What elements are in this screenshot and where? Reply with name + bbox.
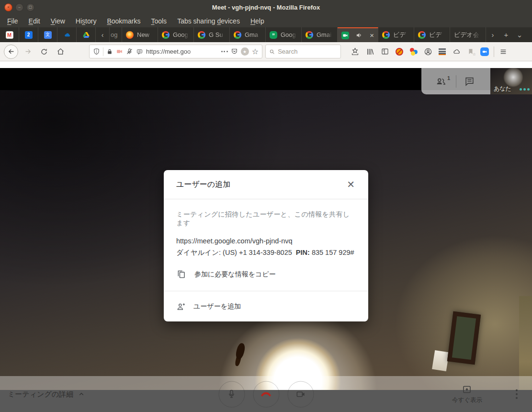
video-detail-lampshade xyxy=(432,350,449,371)
chat-button[interactable] xyxy=(456,76,483,87)
window-maximize-button[interactable]: ▢ xyxy=(26,3,34,11)
zoom-icon[interactable] xyxy=(480,47,489,56)
menu-edit[interactable]: Edit xyxy=(23,16,45,26)
url-text[interactable]: https://meet.goo xyxy=(146,48,218,55)
tab-gmail-1[interactable]: Gma xyxy=(230,27,266,42)
search-input[interactable] xyxy=(278,48,337,55)
page-background-strip xyxy=(0,61,532,68)
menu-file[interactable]: File xyxy=(2,16,23,26)
menu-view[interactable]: View xyxy=(45,16,70,26)
containers-icon[interactable] xyxy=(409,48,418,56)
star-tray-icon[interactable] xyxy=(351,47,360,56)
microphone-button[interactable] xyxy=(218,381,245,407)
google-icon xyxy=(198,31,205,39)
bookmark-ribbon-icon[interactable]: ☆ xyxy=(467,47,474,56)
self-view-thumbnail[interactable]: あなた xyxy=(490,68,532,94)
tab-audio-playing-icon[interactable] xyxy=(356,32,363,39)
sidebar-icon[interactable] xyxy=(381,47,389,56)
hangouts-icon: ” xyxy=(270,31,277,39)
participants-count-badge: 1 xyxy=(447,75,450,81)
tab-video-2[interactable]: ビデ xyxy=(414,27,450,42)
menu-bookmarks[interactable]: Bookmarks xyxy=(102,16,146,26)
window-close-button[interactable]: × xyxy=(4,3,12,11)
screenshot-badge-icon[interactable]: ★ xyxy=(241,47,249,56)
microphone-blocked-icon[interactable] xyxy=(126,48,133,55)
tab-gsuite[interactable]: G Su xyxy=(194,27,230,42)
window-titlebar: × – ▢ Meet - vgh-pjnd-nvq - Mozilla Fire… xyxy=(0,0,532,14)
content-blocker-icon[interactable] xyxy=(396,48,403,56)
camera-button[interactable] xyxy=(287,381,314,407)
lock-icon[interactable] xyxy=(106,48,113,55)
meeting-details-button[interactable]: ミーティングの詳細 xyxy=(8,389,85,399)
home-icon xyxy=(57,47,65,56)
drive-icon xyxy=(82,31,90,39)
tab-new[interactable]: New xyxy=(122,27,158,42)
clipped-tab[interactable]: og xyxy=(110,27,122,42)
tab-scroll-right-button[interactable]: › xyxy=(486,27,499,42)
menu-tools[interactable]: Tools xyxy=(146,16,172,26)
audio-level-indicator xyxy=(520,88,530,91)
menu-history[interactable]: History xyxy=(70,16,102,26)
tab-hangouts[interactable]: ”Goog xyxy=(266,27,302,42)
pocket-save-icon[interactable] xyxy=(231,48,238,55)
add-users-dialog: ユーザーの追加 ✕ ミーティングに招待したユーザーと、この情報を共有します ht… xyxy=(164,170,368,321)
new-tab-button[interactable]: + xyxy=(499,27,513,42)
pin-label: PIN: xyxy=(296,249,310,256)
tab-meet-active[interactable]: × xyxy=(338,27,378,42)
proxy-icon[interactable] xyxy=(439,48,446,55)
account-icon[interactable] xyxy=(424,47,432,56)
google-icon xyxy=(306,31,313,39)
calendar-icon: 2 xyxy=(25,31,33,39)
url-bar[interactable]: https://meet.goo ★ ☆ xyxy=(89,45,262,58)
window-minimize-button[interactable]: – xyxy=(15,3,23,11)
present-now-button[interactable]: 今すぐ表示 xyxy=(452,384,482,404)
search-icon xyxy=(269,48,275,55)
forward-arrow-icon xyxy=(24,47,32,56)
camera-in-use-icon[interactable] xyxy=(116,48,123,55)
chat-icon xyxy=(464,76,475,87)
participants-button[interactable]: 1 xyxy=(429,76,456,87)
gmail-icon: M xyxy=(6,31,13,39)
pinned-tab-calendar[interactable]: 2 xyxy=(19,27,38,42)
tracking-protection-shield-icon[interactable] xyxy=(93,48,100,55)
microphone-icon xyxy=(226,389,237,400)
pinned-tab-drive[interactable] xyxy=(77,27,96,42)
tab-video-3[interactable]: ビデオ会 xyxy=(450,27,486,42)
bookmark-star-icon[interactable]: ☆ xyxy=(252,48,259,56)
menu-tabs-sharing-devices[interactable]: Tabs sharing devices xyxy=(172,16,245,26)
tab-google-1[interactable]: Goog xyxy=(158,27,194,42)
tab-list-dropdown-button[interactable]: ⌄ xyxy=(513,27,526,42)
copy-joining-info-button[interactable]: 参加に必要な情報をコピー xyxy=(176,269,356,291)
meeting-top-controls: 1 xyxy=(421,68,490,94)
tab-gmail-2[interactable]: Gmai xyxy=(302,27,338,42)
hang-up-phone-icon xyxy=(260,388,272,401)
present-screen-icon xyxy=(462,384,472,394)
add-users-button[interactable]: ユーザーを追加 xyxy=(164,291,368,321)
forward-button[interactable] xyxy=(21,45,34,58)
menu-help[interactable]: Help xyxy=(245,16,270,26)
toolbar-separator xyxy=(494,46,494,57)
back-button[interactable] xyxy=(4,45,18,59)
page-actions-overflow-icon[interactable] xyxy=(221,51,228,52)
google-icon xyxy=(162,31,170,39)
meeting-bottom-bar: ミーティングの詳細 今すぐ表示 xyxy=(0,376,532,412)
pinned-tab-onedrive[interactable] xyxy=(57,27,77,42)
more-options-icon[interactable] xyxy=(513,386,521,402)
tab-video-1[interactable]: ビデ xyxy=(378,27,414,42)
tab-scroll-left-button[interactable]: ‹ xyxy=(96,27,110,42)
hamburger-menu-icon[interactable] xyxy=(499,48,508,56)
urlbar-separator xyxy=(103,47,103,56)
tab-close-icon[interactable]: × xyxy=(370,31,374,39)
dialog-close-icon[interactable]: ✕ xyxy=(345,179,357,190)
cloud-icon[interactable] xyxy=(452,48,461,55)
reload-button[interactable] xyxy=(37,45,51,58)
self-view-label: あなた xyxy=(494,85,511,93)
home-button[interactable] xyxy=(54,45,67,58)
hang-up-button[interactable] xyxy=(253,381,279,407)
pinned-tab-translate[interactable]: 文 xyxy=(38,27,57,42)
notification-bubble-icon[interactable] xyxy=(136,48,143,55)
search-bar[interactable] xyxy=(265,45,341,58)
pinned-tab-gmail[interactable]: M xyxy=(0,27,19,42)
library-icon[interactable] xyxy=(366,47,374,56)
tab-strip: M 2 文 ‹ og New Goog G Su Gma ”Goog Gmai … xyxy=(0,27,532,42)
